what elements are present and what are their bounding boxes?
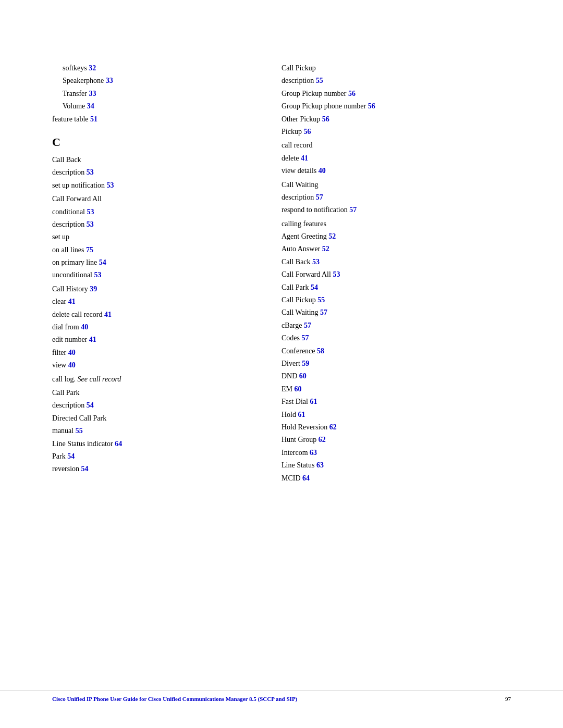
list-item: Call Forward All [52, 193, 250, 205]
list-item: Intercom 63 [282, 447, 511, 459]
list-item: Call Back [52, 154, 250, 166]
section-letter-c: C [52, 135, 250, 149]
list-item: Conference 58 [282, 346, 511, 357]
list-item: Volume 34 [52, 101, 250, 112]
list-item: call record [282, 140, 511, 151]
entry-call-waiting: Call Waiting description 57 respond to n… [282, 179, 511, 216]
list-item: Call Waiting 57 [282, 307, 511, 318]
list-item: Call Back 53 [282, 256, 511, 268]
entry-call-back: Call Back description 53 set up notifica… [52, 154, 250, 191]
entry-call-log: call log. See call record [52, 374, 250, 385]
list-item: reversion 54 [52, 463, 250, 475]
footer-page-number: 97 [505, 696, 511, 702]
top-entries: softkeys 32 Speakerphone 33 Transfer 33 … [52, 63, 250, 125]
left-column: softkeys 32 Speakerphone 33 Transfer 33 … [52, 63, 250, 486]
list-item: unconditional 53 [52, 269, 250, 281]
list-item: dial from 40 [52, 322, 250, 333]
list-item: Hold Reversion 62 [282, 422, 511, 433]
entry-call-pickup: Call Pickup description 55 Group Pickup … [282, 63, 511, 138]
list-item: Hunt Group 62 [282, 434, 511, 446]
list-item: Park 54 [52, 451, 250, 462]
entry-calling-features: calling features Agent Greeting 52 Auto … [282, 218, 511, 484]
list-item: Directed Call Park [52, 413, 250, 424]
list-item: feature table 51 [52, 114, 250, 125]
list-item: filter 40 [52, 347, 250, 359]
footer-title: Cisco Unified IP Phone User Guide for Ci… [52, 696, 297, 702]
list-item: description 55 [282, 75, 511, 87]
list-item: delete 41 [282, 153, 511, 164]
list-item: Call Waiting [282, 179, 511, 191]
list-item: manual 55 [52, 425, 250, 437]
list-item: Fast Dial 61 [282, 396, 511, 408]
list-item: MCID 64 [282, 473, 511, 484]
list-item: view 40 [52, 360, 250, 371]
entry-call-record: call record delete 41 view details 40 [282, 140, 511, 177]
list-item: Line Status indicator 64 [52, 438, 250, 450]
list-item: EM 60 [282, 384, 511, 395]
entry-call-forward-all: Call Forward All conditional 53 descript… [52, 193, 250, 281]
list-item: Pickup 56 [282, 126, 511, 138]
list-item: description 53 [52, 219, 250, 230]
page: softkeys 32 Speakerphone 33 Transfer 33 … [0, 0, 563, 728]
list-item: Call Pickup 55 [282, 294, 511, 306]
list-item: on all lines 75 [52, 244, 250, 256]
list-item: Transfer 33 [52, 88, 250, 100]
list-item: call log. See call record [52, 374, 250, 385]
list-item: clear 41 [52, 296, 250, 307]
list-item: cBarge 57 [282, 320, 511, 331]
entry-call-park: Call Park description 54 Directed Call P… [52, 387, 250, 475]
list-item: Call Park [52, 387, 250, 399]
list-item: description 57 [282, 192, 511, 203]
content-area: softkeys 32 Speakerphone 33 Transfer 33 … [52, 63, 511, 486]
list-item: view details 40 [282, 165, 511, 177]
list-item: Hold 61 [282, 409, 511, 421]
list-item: Codes 57 [282, 332, 511, 344]
list-item: softkeys 32 [52, 63, 250, 74]
footer: Cisco Unified IP Phone User Guide for Ci… [0, 690, 563, 702]
list-item: Line Status 63 [282, 460, 511, 471]
list-item: Auto Answer 52 [282, 243, 511, 255]
list-item: Speakerphone 33 [52, 75, 250, 87]
list-item: Group Pickup number 56 [282, 88, 511, 100]
list-item: description 54 [52, 400, 250, 411]
entry-call-history: Call History 39 clear 41 delete call rec… [52, 283, 250, 372]
list-item: Call Park 54 [282, 282, 511, 293]
list-item: respond to notification 57 [282, 204, 511, 216]
list-item: set up notification 53 [52, 180, 250, 191]
list-item: Call History 39 [52, 283, 250, 295]
list-item: Divert 59 [282, 358, 511, 369]
list-item: Other Pickup 56 [282, 114, 511, 125]
list-item: edit number 41 [52, 334, 250, 346]
list-item: Call Pickup [282, 63, 511, 74]
list-item: description 53 [52, 167, 250, 178]
right-column: Call Pickup description 55 Group Pickup … [282, 63, 511, 486]
list-item: Agent Greeting 52 [282, 231, 511, 242]
list-item: delete call record 41 [52, 309, 250, 320]
list-item: on primary line 54 [52, 257, 250, 268]
list-item: calling features [282, 218, 511, 230]
list-item: conditional 53 [52, 206, 250, 218]
list-item: Group Pickup phone number 56 [282, 101, 511, 112]
list-item: Call Forward All 53 [282, 269, 511, 280]
list-item: DND 60 [282, 371, 511, 382]
list-item: set up [52, 231, 250, 243]
